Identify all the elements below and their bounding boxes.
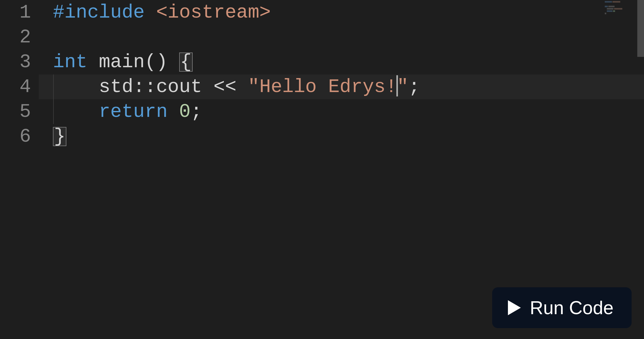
text-cursor	[396, 75, 398, 96]
preprocessor-token: #include	[53, 2, 145, 23]
indent-guide	[53, 74, 54, 99]
svg-marker-0	[508, 300, 521, 315]
code-line-5[interactable]: return 0;	[39, 99, 644, 124]
scrollbar-thumb[interactable]	[637, 0, 644, 57]
line-number-gutter: 1 2 3 4 5 6	[0, 0, 39, 339]
close-brace-token: }	[53, 127, 66, 146]
line-number: 6	[0, 124, 39, 149]
code-line-3[interactable]: int main() {	[39, 50, 644, 74]
minimap[interactable]	[605, 1, 631, 14]
minimap-line	[605, 1, 631, 3]
code-line-2[interactable]	[39, 25, 644, 50]
keyword-token: return	[99, 101, 168, 123]
minimap-line	[605, 13, 631, 14]
code-line-6[interactable]: }	[39, 124, 644, 149]
line-number: 5	[0, 99, 39, 124]
play-icon	[508, 300, 521, 315]
line-number: 4	[0, 74, 39, 99]
string-token: Hello Edrys!	[259, 76, 397, 98]
minimap-line	[605, 8, 631, 10]
minimap-line	[605, 3, 631, 5]
semicolon-token: ;	[409, 76, 420, 98]
run-code-button[interactable]: Run Code	[492, 287, 632, 328]
code-line-4[interactable]: std::cout << "Hello Edrys!";	[39, 74, 644, 99]
semicolon-token: ;	[191, 101, 202, 123]
open-brace-token: {	[179, 52, 193, 72]
number-token: 0	[179, 101, 191, 123]
operator-token: <<	[214, 76, 237, 98]
keyword-token: int	[53, 51, 87, 73]
string-token: "	[397, 76, 408, 98]
indent-guide	[53, 99, 54, 124]
string-token: "	[248, 76, 259, 98]
scope-token: ::	[133, 76, 156, 98]
include-path-token: <iostream>	[156, 2, 271, 23]
namespace-token: std	[99, 76, 133, 98]
minimap-line	[605, 10, 631, 12]
function-token: main	[99, 51, 145, 73]
vertical-scrollbar[interactable]	[637, 0, 644, 339]
line-number: 2	[0, 25, 39, 50]
identifier-token: cout	[156, 76, 202, 98]
line-number: 3	[0, 50, 39, 74]
punctuation-token: ()	[145, 51, 168, 73]
minimap-line	[605, 6, 631, 7]
run-code-label: Run Code	[530, 297, 614, 318]
line-number: 1	[0, 0, 39, 25]
code-line-1[interactable]: #include <iostream>	[39, 0, 644, 25]
